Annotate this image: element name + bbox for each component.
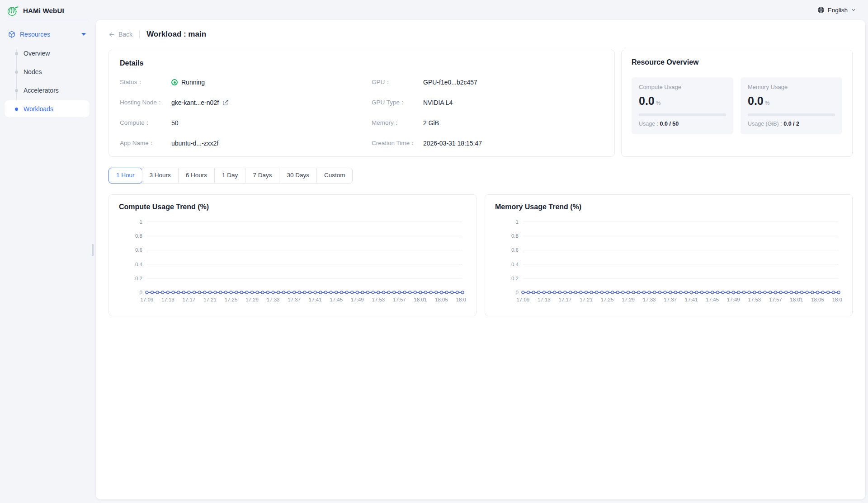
creation-time-value: 2026-03-31 18:15:47 — [423, 140, 482, 147]
sidebar-item-label: Resources — [20, 31, 77, 38]
time-range-30-days[interactable]: 30 Days — [279, 168, 316, 183]
field-label: Creation Time — [372, 140, 410, 146]
field-compute: Compute： 50 — [120, 119, 352, 127]
field-label: Memory — [372, 119, 394, 126]
svg-text:18:05: 18:05 — [435, 297, 448, 302]
details-card: Details Status： Running GPU： GPU-f1e0...… — [108, 50, 615, 157]
svg-text:18:05: 18:05 — [811, 297, 824, 302]
svg-text:17:53: 17:53 — [372, 297, 385, 302]
hosting-node-value: gke-kant...e-n02f — [171, 99, 219, 106]
field-creation-time: Creation Time： 2026-03-31 18:15:47 — [372, 139, 604, 147]
time-range-7-days[interactable]: 7 Days — [245, 168, 279, 183]
sidebar-item-label: Accelerators — [24, 87, 59, 94]
compute-usage-value: 0.0 — [639, 94, 655, 108]
header-divider — [139, 30, 140, 38]
memory-usage-progressbar — [748, 113, 835, 116]
charts-row: Compute Usage Trend (%) 00.20.40.60.8117… — [108, 194, 853, 316]
svg-text:17:25: 17:25 — [225, 297, 238, 302]
svg-text:17:37: 17:37 — [664, 297, 677, 302]
stat-label: Memory Usage — [748, 84, 835, 90]
external-link-icon[interactable] — [222, 99, 229, 106]
unit-label: % — [765, 100, 770, 106]
field-label: Status — [120, 79, 137, 85]
sidebar-item-overview[interactable]: Overview — [5, 45, 90, 62]
caret-down-icon — [81, 33, 86, 36]
field-label: Hosting Node — [120, 99, 157, 106]
compute-value: 50 — [171, 119, 179, 127]
stat-label: Compute Usage — [639, 84, 726, 90]
svg-text:17:21: 17:21 — [580, 297, 593, 302]
sidebar-item-label: Workloads — [24, 105, 53, 113]
time-range-1-day[interactable]: 1 Day — [214, 168, 245, 183]
field-app-name: App Name： ubuntu-d...-zxx2f — [120, 139, 352, 147]
field-gpu-type: GPU Type： NVIDIA L4 — [372, 99, 604, 107]
sidebar-resize-handle[interactable] — [92, 244, 94, 256]
field-label: GPU — [372, 79, 385, 85]
language-selector[interactable]: English — [817, 6, 856, 14]
time-range-custom[interactable]: Custom — [316, 168, 353, 183]
tree-dot — [15, 71, 18, 74]
sidebar-item-resources[interactable]: Resources — [0, 27, 95, 42]
svg-text:17:45: 17:45 — [706, 297, 719, 302]
summary-row: Details Status： Running GPU： GPU-f1e0...… — [108, 50, 853, 157]
time-range-3-hours[interactable]: 3 Hours — [142, 168, 178, 183]
tree-dot — [15, 89, 18, 92]
app-title: HAMi WebUI — [23, 7, 64, 14]
field-status: Status： Running — [120, 78, 352, 86]
sidebar-item-label: Nodes — [24, 68, 42, 75]
time-range-1-hour[interactable]: 1 Hour — [109, 168, 142, 183]
language-label: English — [828, 7, 848, 14]
resource-overview-title: Resource Overview — [632, 58, 842, 66]
svg-text:17:29: 17:29 — [245, 297, 259, 302]
details-title: Details — [120, 59, 604, 67]
svg-text:0: 0 — [515, 290, 518, 295]
box-icon — [8, 31, 15, 38]
time-range-6-hours[interactable]: 6 Hours — [178, 168, 214, 183]
status-value: Running — [181, 79, 205, 86]
svg-text:0.2: 0.2 — [135, 276, 142, 281]
usage-label: Usage : — [639, 121, 658, 127]
chart-title-memory: Memory Usage Trend (%) — [495, 203, 842, 211]
tree-dot — [15, 52, 18, 55]
sidebar-item-label: Overview — [24, 50, 50, 57]
svg-text:0: 0 — [139, 290, 142, 295]
brand: HAMi WebUI — [0, 0, 95, 21]
svg-text:0.6: 0.6 — [135, 247, 142, 253]
compute-usage-stat: Compute Usage 0.0 % Usage : 0.0 / 50 — [632, 77, 733, 134]
sidebar-item-accelerators[interactable]: Accelerators — [5, 82, 90, 99]
main-column: English Back Workload : main Details — [95, 0, 868, 503]
field-hosting-node: Hosting Node： gke-kant...e-n02f — [120, 99, 352, 107]
details-fields: Status： Running GPU： GPU-f1e0...b2c457 H… — [120, 78, 604, 147]
field-memory: Memory： 2 GiB — [372, 119, 604, 127]
svg-text:17:57: 17:57 — [769, 297, 782, 302]
sidebar-menu: Resources Overview Nodes Accelerators — [0, 27, 95, 118]
compute-trend-chart[interactable]: 00.20.40.60.8117:0917:1317:1717:2117:251… — [119, 215, 466, 310]
svg-text:17:49: 17:49 — [351, 297, 364, 302]
compute-usage-progressbar — [639, 113, 726, 116]
arrow-left-icon — [108, 31, 115, 38]
content-card: Back Workload : main Details Status： Run… — [96, 20, 865, 499]
topbar: English — [95, 0, 868, 20]
svg-text:0.8: 0.8 — [511, 233, 519, 239]
sidebar-divider — [5, 21, 90, 21]
svg-text:18:01: 18:01 — [414, 297, 427, 302]
memory-trend-card: Memory Usage Trend (%) 00.20.40.60.8117:… — [485, 194, 853, 316]
svg-text:1: 1 — [139, 219, 142, 225]
usage-value: 0.0 / 50 — [660, 121, 679, 127]
sidebar: HAMi WebUI Resources Overview — [0, 0, 95, 503]
sidebar-item-workloads[interactable]: Workloads — [5, 100, 90, 118]
memory-usage-value: 0.0 — [748, 94, 764, 108]
page-title: Workload : main — [146, 30, 206, 39]
field-gpu: GPU： GPU-f1e0...b2c457 — [372, 78, 604, 86]
field-label: GPU Type — [372, 99, 400, 106]
memory-trend-chart[interactable]: 00.20.40.60.8117:0917:1317:1717:2117:251… — [495, 215, 842, 310]
sidebar-item-nodes[interactable]: Nodes — [5, 63, 90, 80]
svg-text:0.6: 0.6 — [511, 247, 519, 253]
gpu-type-value: NVIDIA L4 — [423, 99, 453, 106]
back-button[interactable]: Back — [108, 31, 132, 38]
unit-label: % — [656, 100, 661, 106]
svg-text:17:49: 17:49 — [727, 297, 740, 302]
resource-overview-card: Resource Overview Compute Usage 0.0 % Us… — [621, 50, 853, 157]
globe-icon — [817, 6, 825, 14]
svg-text:17:37: 17:37 — [288, 297, 301, 302]
